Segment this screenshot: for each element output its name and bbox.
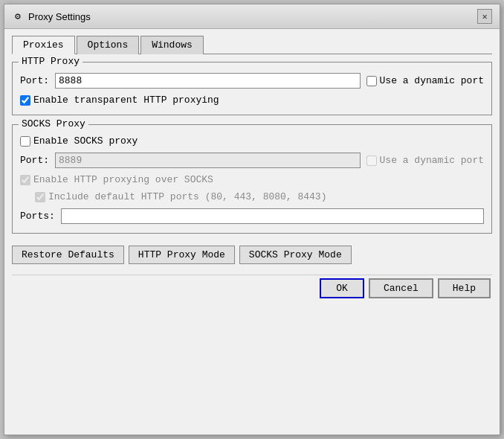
socks-enable-label[interactable]: Enable SOCKS proxy: [20, 135, 138, 147]
socks-port-row: Port: Use a dynamic port: [20, 153, 484, 168]
socks-http-over-socks-checkbox[interactable]: [20, 175, 30, 185]
socks-include-ports-checkbox[interactable]: [35, 192, 45, 202]
socks-ports-row: Ports:: [20, 208, 484, 224]
socks-dynamic-port-checkbox[interactable]: [366, 156, 377, 166]
title-bar-left: ⚙ Proxy Settings: [12, 10, 91, 22]
http-proxy-mode-button[interactable]: HTTP Proxy Mode: [129, 246, 235, 264]
socks-proxy-content: Enable SOCKS proxy Port: Use a dynamic p…: [20, 135, 484, 224]
socks-include-ports-label[interactable]: Include default HTTP ports (80, 443, 808…: [35, 191, 326, 202]
socks-proxy-section: SOCKS Proxy Enable SOCKS proxy Port: Use…: [12, 124, 492, 234]
close-button[interactable]: ✕: [477, 9, 492, 24]
http-proxy-content: Port: Use a dynamic port Enable transpar…: [20, 73, 484, 106]
ok-button[interactable]: OK: [320, 278, 364, 298]
tab-proxies[interactable]: Proxies: [12, 36, 75, 54]
http-proxy-section: HTTP Proxy Port: Use a dynamic port Enab…: [12, 62, 492, 115]
socks-port-label: Port:: [20, 155, 49, 166]
dialog-buttons: OK Cancel Help: [12, 275, 492, 301]
socks-enable-row: Enable SOCKS proxy: [20, 135, 484, 147]
http-port-row: Port: Use a dynamic port: [20, 73, 484, 89]
tab-options[interactable]: Options: [77, 36, 140, 54]
socks-enable-checkbox[interactable]: [20, 136, 30, 147]
main-content: Proxies Options Windows HTTP Proxy Port:…: [4, 29, 500, 435]
http-dynamic-port-checkbox[interactable]: [366, 76, 377, 86]
socks-include-ports-row: Include default HTTP ports (80, 443, 808…: [35, 191, 484, 202]
tab-windows[interactable]: Windows: [140, 36, 204, 54]
http-port-input[interactable]: [55, 73, 361, 89]
restore-defaults-button[interactable]: Restore Defaults: [12, 246, 124, 264]
http-dynamic-port-row: Use a dynamic port: [366, 75, 484, 86]
socks-proxy-mode-button[interactable]: SOCKS Proxy Mode: [239, 246, 352, 264]
http-port-label: Port:: [20, 75, 49, 86]
app-icon: ⚙: [12, 10, 24, 22]
socks-ports-input[interactable]: [61, 208, 484, 224]
http-transparent-row: Enable transparent HTTP proxying: [20, 94, 484, 106]
socks-port-input[interactable]: [55, 153, 361, 168]
socks-http-over-socks-label[interactable]: Enable HTTP proxying over SOCKS: [20, 174, 213, 185]
http-transparent-checkbox[interactable]: [20, 95, 30, 106]
tab-bar: Proxies Options Windows: [12, 35, 492, 54]
http-proxy-title: HTTP Proxy: [19, 56, 83, 67]
cancel-button[interactable]: Cancel: [369, 278, 433, 298]
http-dynamic-port-label: Use a dynamic port: [380, 75, 484, 86]
socks-ports-label: Ports:: [20, 211, 55, 222]
title-bar: ⚙ Proxy Settings ✕: [4, 4, 500, 29]
socks-http-over-socks-row: Enable HTTP proxying over SOCKS: [20, 174, 484, 185]
proxy-settings-window: ⚙ Proxy Settings ✕ Proxies Options Windo…: [4, 4, 500, 435]
window-title: Proxy Settings: [28, 11, 91, 22]
socks-proxy-title: SOCKS Proxy: [19, 118, 88, 129]
socks-dynamic-port-label: Use a dynamic port: [380, 155, 484, 166]
action-buttons: Restore Defaults HTTP Proxy Mode SOCKS P…: [12, 243, 492, 269]
socks-dynamic-port-row: Use a dynamic port: [366, 155, 484, 166]
http-transparent-label[interactable]: Enable transparent HTTP proxying: [20, 94, 219, 106]
help-button[interactable]: Help: [438, 278, 491, 298]
